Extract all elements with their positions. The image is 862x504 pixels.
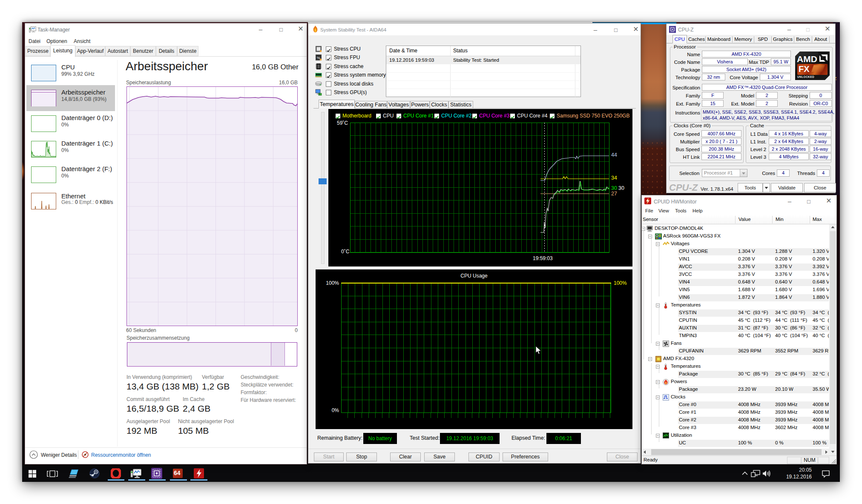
svg-text:%: % (317, 56, 320, 60)
